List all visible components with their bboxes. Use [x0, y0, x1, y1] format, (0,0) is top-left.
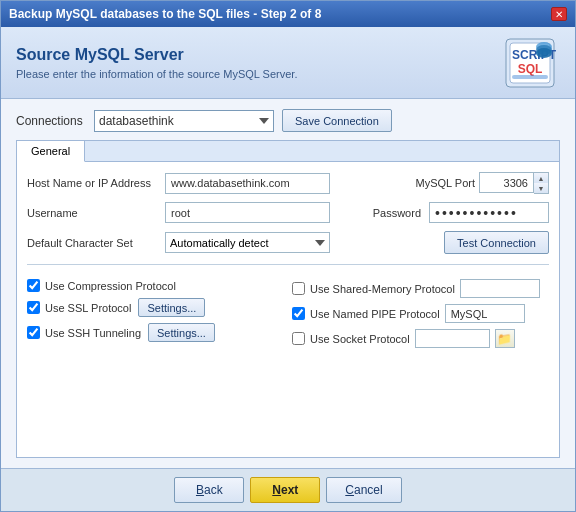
next-underline-char: N: [272, 483, 281, 497]
port-label: MySQL Port: [416, 177, 476, 189]
tab-general[interactable]: General: [17, 141, 85, 162]
back-button[interactable]: Back: [174, 477, 244, 503]
connections-select[interactable]: databasethink: [94, 110, 274, 132]
username-row: Username Password: [27, 202, 549, 223]
named-pipe-row: Use Named PIPE Protocol: [292, 304, 549, 323]
svg-text:SQL: SQL: [518, 62, 543, 76]
socket-input[interactable]: [415, 329, 490, 348]
port-wrapper: ▲ ▼: [479, 172, 549, 194]
protocols-section: Use Compression Protocol Use SSL Protoco…: [27, 279, 549, 348]
socket-row: Use Socket Protocol 📁: [292, 329, 549, 348]
title-bar: Backup MySQL databases to the SQL files …: [1, 1, 575, 27]
host-row: Host Name or IP Address MySQL Port ▲ ▼: [27, 172, 549, 194]
username-label: Username: [27, 207, 157, 219]
tab-container: General Host Name or IP Address MySQL Po…: [16, 140, 560, 458]
header-text: Source MySQL Server Please enter the inf…: [16, 46, 297, 80]
protocols-left: Use Compression Protocol Use SSL Protoco…: [27, 279, 284, 348]
test-connection-button[interactable]: Test Connection: [444, 231, 549, 254]
shared-memory-input[interactable]: [460, 279, 540, 298]
charset-row: Default Character Set Automatically dete…: [27, 231, 549, 254]
ssh-row: Use SSH Tunneling Settings...: [27, 323, 284, 342]
ssl-row: Use SSL Protocol Settings...: [27, 298, 284, 317]
username-input[interactable]: [165, 202, 330, 223]
port-up-button[interactable]: ▲: [534, 173, 548, 183]
host-label: Host Name or IP Address: [27, 177, 157, 189]
ssh-settings-button[interactable]: Settings...: [148, 323, 215, 342]
port-group: MySQL Port ▲ ▼: [416, 172, 550, 194]
separator: [27, 264, 549, 265]
header-subtitle: Please enter the information of the sour…: [16, 68, 297, 80]
password-label: Password: [373, 207, 421, 219]
ssh-checkbox[interactable]: [27, 326, 40, 339]
ssl-settings-button[interactable]: Settings...: [138, 298, 205, 317]
socket-label: Use Socket Protocol: [310, 333, 410, 345]
ssh-label: Use SSH Tunneling: [45, 327, 141, 339]
charset-select[interactable]: Automatically detect: [165, 232, 330, 253]
cancel-underline-char: C: [345, 483, 354, 497]
compression-checkbox[interactable]: [27, 279, 40, 292]
shared-memory-checkbox[interactable]: [292, 282, 305, 295]
window-title: Backup MySQL databases to the SQL files …: [9, 7, 321, 21]
protocols-right: Use Shared-Memory Protocol Use Named PIP…: [292, 279, 549, 348]
svg-point-7: [536, 48, 552, 58]
main-window: Backup MySQL databases to the SQL files …: [0, 0, 576, 512]
close-button[interactable]: ✕: [551, 7, 567, 21]
sql-script-icon: SCRIPT SQL: [504, 37, 556, 89]
back-label-rest: ack: [204, 483, 223, 497]
svg-rect-4: [512, 75, 548, 79]
header-title: Source MySQL Server: [16, 46, 297, 64]
port-spinners: ▲ ▼: [534, 172, 549, 194]
named-pipe-input[interactable]: [445, 304, 525, 323]
port-input[interactable]: [479, 172, 534, 193]
named-pipe-checkbox[interactable]: [292, 307, 305, 320]
compression-row: Use Compression Protocol: [27, 279, 284, 292]
charset-label: Default Character Set: [27, 237, 157, 249]
next-label-rest: ext: [281, 483, 298, 497]
socket-folder-button[interactable]: 📁: [495, 329, 515, 348]
compression-label: Use Compression Protocol: [45, 280, 176, 292]
cancel-label-rest: ancel: [354, 483, 383, 497]
password-input[interactable]: [429, 202, 549, 223]
socket-checkbox[interactable]: [292, 332, 305, 345]
folder-icon: 📁: [497, 332, 512, 346]
back-underline-char: B: [196, 483, 204, 497]
port-down-button[interactable]: ▼: [534, 183, 548, 193]
host-input[interactable]: [165, 173, 330, 194]
cancel-button[interactable]: Cancel: [326, 477, 401, 503]
connections-row: Connections databasethink Save Connectio…: [16, 109, 560, 132]
shared-memory-label: Use Shared-Memory Protocol: [310, 283, 455, 295]
shared-memory-row: Use Shared-Memory Protocol: [292, 279, 549, 298]
save-connection-button[interactable]: Save Connection: [282, 109, 392, 132]
ssl-checkbox[interactable]: [27, 301, 40, 314]
content-area: Connections databasethink Save Connectio…: [1, 99, 575, 468]
header-section: Source MySQL Server Please enter the inf…: [1, 27, 575, 99]
tab-content-general: Host Name or IP Address MySQL Port ▲ ▼: [17, 162, 559, 457]
named-pipe-label: Use Named PIPE Protocol: [310, 308, 440, 320]
header-icon: SCRIPT SQL: [500, 35, 560, 90]
connections-label: Connections: [16, 114, 86, 128]
footer: Back Next Cancel: [1, 468, 575, 511]
tab-header: General: [17, 141, 559, 162]
next-button[interactable]: Next: [250, 477, 320, 503]
ssl-label: Use SSL Protocol: [45, 302, 131, 314]
